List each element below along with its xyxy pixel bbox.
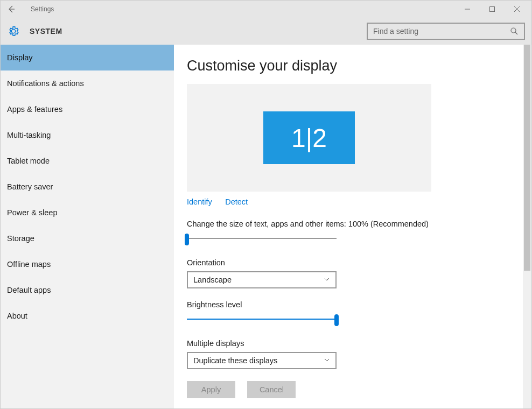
sidebar-item-label: Battery saver: [7, 182, 53, 191]
identify-link[interactable]: Identify: [187, 198, 212, 206]
close-icon: [514, 6, 520, 12]
sidebar-item-label: Power & sleep: [7, 208, 58, 217]
scale-label: Change the size of text, apps and other …: [187, 220, 531, 228]
monitor-label: 1|2: [291, 123, 327, 153]
chevron-down-icon: [324, 276, 330, 284]
sidebar-item-maps[interactable]: Offline maps: [1, 251, 174, 277]
svg-point-5: [511, 28, 516, 33]
orientation-dropdown[interactable]: Landscape: [187, 271, 337, 288]
content-pane: Customise your display 1|2 Identify Dete…: [174, 45, 531, 408]
sidebar-item-label: About: [7, 312, 27, 320]
detect-link[interactable]: Detect: [225, 198, 248, 206]
svg-rect-2: [490, 7, 495, 12]
window-title: Settings: [31, 5, 54, 13]
slider-thumb[interactable]: [185, 234, 189, 245]
vertical-scrollbar[interactable]: [523, 45, 531, 408]
dropdown-value: Landscape: [193, 276, 324, 284]
scale-slider[interactable]: [187, 232, 337, 245]
sidebar-item-label: Apps & features: [7, 105, 62, 114]
slider-thumb[interactable]: [334, 314, 339, 326]
search-input[interactable]: [373, 27, 510, 36]
sidebar-item-storage[interactable]: Storage: [1, 225, 174, 251]
sidebar-item-label: Default apps: [7, 286, 51, 294]
sidebar-item-label: Storage: [7, 234, 34, 243]
search-icon: [510, 27, 519, 36]
sidebar-item-display[interactable]: Display: [1, 45, 174, 70]
brightness-label: Brightness level: [187, 300, 531, 309]
slider-fill: [187, 319, 337, 320]
multiple-displays-label: Multiple displays: [187, 339, 531, 348]
maximize-button[interactable]: [480, 1, 505, 18]
page-category-title: SYSTEM: [30, 27, 62, 36]
sidebar-item-apps[interactable]: Apps & features: [1, 96, 174, 122]
sidebar-nav: Display Notifications & actions Apps & f…: [1, 45, 174, 408]
maximize-icon: [489, 6, 495, 12]
sidebar-item-label: Multi-tasking: [7, 131, 51, 139]
minimize-icon: [465, 6, 470, 12]
orientation-label: Orientation: [187, 258, 531, 267]
sidebar-item-label: Offline maps: [7, 260, 51, 269]
sidebar-item-about[interactable]: About: [1, 303, 174, 329]
close-button[interactable]: [505, 1, 529, 18]
monitor-tile[interactable]: 1|2: [263, 111, 355, 164]
page-title: Customise your display: [187, 58, 531, 74]
dropdown-value: Duplicate these displays: [193, 356, 324, 365]
title-bar: Settings: [1, 1, 531, 18]
gear-icon: [7, 25, 20, 38]
header-bar: SYSTEM: [1, 18, 531, 45]
sidebar-item-label: Tablet mode: [7, 157, 50, 165]
arrow-left-icon: [7, 5, 16, 13]
sidebar-item-label: Display: [7, 53, 33, 62]
slider-track: [187, 238, 337, 239]
minimize-button[interactable]: [455, 1, 480, 18]
sidebar-item-notifications[interactable]: Notifications & actions: [1, 70, 174, 96]
sidebar-item-multitasking[interactable]: Multi-tasking: [1, 122, 174, 148]
brightness-slider[interactable]: [187, 313, 337, 326]
back-button[interactable]: [3, 1, 20, 18]
apply-button[interactable]: Apply: [187, 381, 235, 398]
scrollbar-thumb[interactable]: [524, 45, 530, 271]
chevron-down-icon: [324, 356, 330, 365]
sidebar-item-power[interactable]: Power & sleep: [1, 200, 174, 225]
multiple-displays-dropdown[interactable]: Duplicate these displays: [187, 352, 337, 369]
svg-line-6: [515, 32, 517, 34]
display-preview[interactable]: 1|2: [187, 84, 431, 192]
sidebar-item-label: Notifications & actions: [7, 79, 84, 88]
sidebar-item-battery[interactable]: Battery saver: [1, 174, 174, 200]
search-box[interactable]: [367, 23, 525, 40]
sidebar-item-default-apps[interactable]: Default apps: [1, 277, 174, 303]
sidebar-item-tablet[interactable]: Tablet mode: [1, 148, 174, 174]
cancel-button[interactable]: Cancel: [247, 381, 296, 398]
